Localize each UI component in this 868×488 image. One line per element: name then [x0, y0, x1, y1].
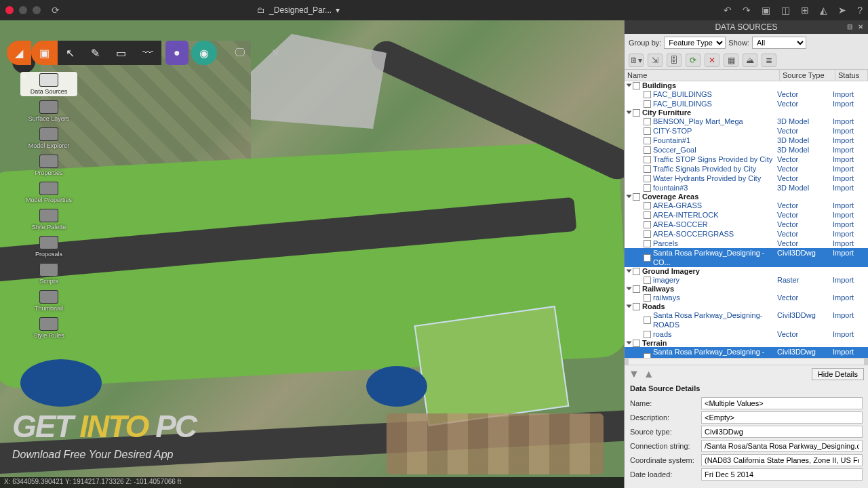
- checkbox[interactable]: [644, 221, 651, 228]
- checkbox[interactable]: [633, 303, 640, 310]
- help-icon[interactable]: ?: [857, 5, 863, 16]
- show-select[interactable]: All: [752, 37, 806, 49]
- table-row[interactable]: Traffic STOP Signs Provided by CityVecto…: [625, 155, 868, 164]
- ribbon-settings-icon[interactable]: ✕: [263, 41, 288, 65]
- group-city-furniture[interactable]: City Furniture: [625, 108, 868, 117]
- tool-properties[interactable]: Properties: [20, 153, 77, 178]
- table-row[interactable]: Fountain#13D ModelImport: [625, 136, 868, 145]
- tb-file-icon[interactable]: 🗎▾: [629, 54, 644, 67]
- checkbox[interactable]: [633, 193, 640, 201]
- ribbon-track-icon[interactable]: 〰: [134, 41, 161, 65]
- group-roads[interactable]: Roads: [625, 302, 868, 310]
- table-row[interactable]: AREA-SOCCERVectorImport: [625, 220, 868, 229]
- checkbox[interactable]: [644, 331, 651, 338]
- split-v-icon[interactable]: ◫: [781, 5, 790, 16]
- table-row[interactable]: Santa Rosa Parkway_Designing - AI...Civi…: [625, 347, 868, 358]
- checkbox[interactable]: [644, 353, 651, 359]
- checkbox[interactable]: [644, 240, 651, 247]
- table-row[interactable]: imageryRasterImport: [625, 275, 868, 285]
- hide-details-button[interactable]: Hide Details: [812, 368, 864, 380]
- table-row[interactable]: Traffic Signals Provided by CityVectorIm…: [625, 164, 868, 174]
- 3d-viewport[interactable]: ⌂✲ ◢ ▣ ↖ ✎ ▭ 〰 ● ◉ 🖵 ✕ Data SourcesSurfa…: [0, 20, 624, 488]
- arrow-down-icon[interactable]: ▼: [629, 368, 639, 380]
- detail-value[interactable]: [701, 454, 863, 466]
- checkbox[interactable]: [644, 317, 651, 324]
- table-row[interactable]: Santa Rosa Parkway_Designing - CO...Civi…: [625, 248, 868, 267]
- checkbox[interactable]: [644, 146, 651, 154]
- ribbon-cube-icon[interactable]: ▣: [31, 41, 58, 65]
- group-railways[interactable]: Railways: [625, 285, 868, 293]
- col-status[interactable]: Status: [835, 70, 868, 81]
- tb-db-icon[interactable]: 🗄: [667, 54, 682, 67]
- tool-proposals[interactable]: Proposals: [20, 235, 77, 259]
- detail-value[interactable]: [701, 397, 863, 409]
- ribbon-disk-icon[interactable]: ◉: [191, 41, 217, 65]
- checkbox[interactable]: [633, 340, 640, 347]
- checkbox[interactable]: [644, 137, 651, 144]
- minimize-window[interactable]: [19, 6, 27, 14]
- checkbox[interactable]: [644, 127, 651, 135]
- tool-scripts[interactable]: Scripts: [20, 262, 77, 286]
- tool-data-sources[interactable]: Data Sources: [20, 72, 77, 96]
- tb-import-icon[interactable]: ⇲: [648, 54, 663, 67]
- cursor-icon[interactable]: ➤: [838, 5, 846, 16]
- tool-model-properties[interactable]: Model Properties: [20, 180, 77, 205]
- table-row[interactable]: fountain#33D ModelImport: [625, 183, 868, 192]
- table-row[interactable]: Soccer_Goal3D ModelImport: [625, 145, 868, 155]
- tool-a-icon[interactable]: ◭: [820, 5, 827, 16]
- tb-raster-icon[interactable]: ⛰: [743, 54, 757, 67]
- ribbon-app-icon[interactable]: ◢: [7, 41, 31, 65]
- table-row[interactable]: Santa Rosa Parkway_Designing-ROADSCivil3…: [625, 310, 868, 329]
- table-row[interactable]: BENSON_Play Mart_Mega3D ModelImport: [625, 117, 868, 126]
- h-scrollbar[interactable]: [625, 358, 868, 365]
- ribbon-present-icon[interactable]: 🖵: [226, 41, 254, 65]
- tb-layer-icon[interactable]: ≣: [762, 54, 776, 67]
- checkbox[interactable]: [644, 211, 651, 219]
- group-by-select[interactable]: Feature Type: [664, 37, 726, 49]
- table-row[interactable]: railwaysVectorImport: [625, 293, 868, 302]
- group-coverage-areas[interactable]: Coverage Areas: [625, 192, 868, 201]
- checkbox[interactable]: [644, 277, 651, 284]
- table-row[interactable]: roadsVectorImport: [625, 329, 868, 339]
- table-row[interactable]: AREA-GRASSVectorImport: [625, 201, 868, 210]
- checkbox[interactable]: [633, 285, 640, 293]
- undo-icon[interactable]: ↶: [724, 5, 732, 16]
- detail-value[interactable]: [701, 411, 863, 424]
- checkbox[interactable]: [633, 268, 640, 275]
- tool-thumbnail[interactable]: Thumbnail: [20, 289, 77, 313]
- ribbon-area-icon[interactable]: ▭: [108, 41, 134, 65]
- table-row[interactable]: CITY-STOPVectorImport: [625, 126, 868, 136]
- data-tree[interactable]: Name Source Type Status BuildingsFAC_BUI…: [625, 70, 868, 358]
- checkbox[interactable]: [644, 230, 651, 238]
- snapshot-icon[interactable]: ▣: [762, 5, 770, 16]
- tb-config-icon[interactable]: ▦: [724, 54, 738, 67]
- panel-close-icon[interactable]: ✕: [856, 22, 865, 31]
- tb-delete-icon[interactable]: ✕: [705, 54, 719, 67]
- checkbox[interactable]: [644, 294, 651, 302]
- refresh-icon[interactable]: ⟳: [52, 5, 60, 16]
- checkbox[interactable]: [644, 118, 651, 125]
- close-window[interactable]: [5, 6, 14, 14]
- panel-pin-icon[interactable]: ⊟: [845, 22, 854, 31]
- checkbox[interactable]: [633, 82, 640, 89]
- table-row[interactable]: ParcelsVectorImport: [625, 239, 868, 248]
- tool-surface-layers[interactable]: Surface Layers: [20, 99, 77, 123]
- redo-icon[interactable]: ↷: [743, 5, 751, 16]
- tool-model-explorer[interactable]: Model Explorer: [20, 126, 77, 150]
- group-ground-imagery[interactable]: Ground Imagery: [625, 267, 868, 275]
- checkbox[interactable]: [644, 156, 651, 163]
- checkbox[interactable]: [644, 254, 651, 262]
- detail-value[interactable]: [701, 440, 863, 452]
- table-row[interactable]: AREA-SOCCERGRASSVectorImport: [625, 229, 868, 239]
- group-buildings[interactable]: Buildings: [625, 81, 868, 89]
- col-name[interactable]: Name: [625, 70, 780, 81]
- tb-refresh-icon[interactable]: ⟳: [686, 54, 701, 67]
- tool-style-palette[interactable]: Style Palette: [20, 207, 77, 232]
- document-title[interactable]: 🗀 _Designed_Par... ▾: [257, 5, 340, 15]
- ribbon-draw-icon[interactable]: ✎: [83, 41, 108, 65]
- group-terrain[interactable]: Terrain: [625, 339, 868, 347]
- detail-value[interactable]: [701, 426, 863, 438]
- detail-value[interactable]: [701, 468, 863, 481]
- maximize-window[interactable]: [33, 6, 41, 14]
- checkbox[interactable]: [633, 109, 640, 117]
